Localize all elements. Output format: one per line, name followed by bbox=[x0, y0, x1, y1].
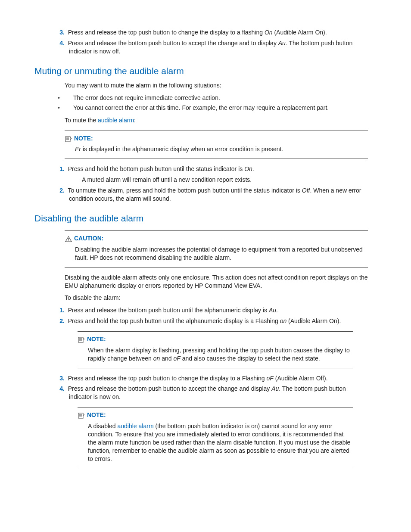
note-label: NOTE: bbox=[87, 411, 106, 418]
step-number: 1. bbox=[56, 165, 65, 173]
note-icon bbox=[65, 134, 72, 143]
step-number: 3. bbox=[56, 374, 65, 383]
step-text: Press and hold the bottom push button un… bbox=[68, 165, 254, 172]
caution-body: Disabling the audible alarm increases th… bbox=[75, 246, 368, 262]
caution-callout: CAUTION: Disabling the audible alarm inc… bbox=[65, 230, 368, 268]
heading-disabling: Disabling the audible alarm bbox=[34, 212, 368, 224]
svg-rect-7 bbox=[78, 337, 83, 342]
note-callout-flash: NOTE: When the alarm display is flashing… bbox=[78, 331, 353, 368]
note-callout: NOTE: Er is displayed in the alphanumeri… bbox=[65, 131, 368, 159]
note-body: Er is displayed in the alphanumeric disp… bbox=[75, 145, 368, 153]
intro-para: You may want to mute the alarm in the fo… bbox=[65, 81, 368, 90]
step-4-top: 4. Press and release the bottom push but… bbox=[65, 39, 368, 56]
note-label: NOTE: bbox=[74, 135, 93, 142]
bullet-icon: • bbox=[65, 104, 73, 112]
note-body: A disabled audible alarm (the bottom pus… bbox=[88, 422, 353, 463]
step-2-disable: 2. Press and hold the top push button un… bbox=[65, 317, 368, 325]
bullet-item: •You cannot correct the error at this ti… bbox=[73, 104, 368, 112]
step-3-top: 3. Press and release the top push button… bbox=[65, 28, 368, 37]
note-callout-disabled: NOTE: A disabled audible alarm (the bott… bbox=[78, 407, 353, 468]
note-label: NOTE: bbox=[87, 336, 106, 342]
note-icon bbox=[78, 411, 85, 420]
link-audible-alarm[interactable]: audible alarm bbox=[98, 117, 134, 124]
caution-icon bbox=[65, 235, 72, 243]
svg-rect-0 bbox=[65, 137, 70, 142]
note-body: When the alarm display is flashing, pres… bbox=[88, 346, 353, 363]
step-number: 3. bbox=[56, 28, 65, 37]
note-icon bbox=[78, 336, 85, 344]
step-text: Press and release the bottom push button… bbox=[68, 40, 353, 55]
step-number: 1. bbox=[56, 306, 65, 314]
step-number: 2. bbox=[56, 317, 65, 325]
step-text: Press and release the top push button to… bbox=[68, 375, 328, 382]
step-number: 2. bbox=[56, 187, 65, 195]
step-cont: A muted alarm will remain off until a ne… bbox=[82, 176, 368, 184]
step-text: Press and release the top push button to… bbox=[68, 29, 327, 36]
step-1-mute: 1. Press and hold the bottom push button… bbox=[65, 165, 368, 184]
step-2-mute: 2. To unmute the alarm, press and hold t… bbox=[65, 187, 368, 203]
lead-para: To mute the audible alarm: bbox=[65, 116, 368, 124]
para-todisable: To disable the alarm: bbox=[65, 294, 368, 302]
step-text: To unmute the alarm, press and hold the … bbox=[68, 187, 361, 202]
step-number: 4. bbox=[56, 385, 65, 393]
step-4-disable: 4. Press and release the bottom push but… bbox=[65, 385, 368, 401]
svg-rect-11 bbox=[78, 413, 83, 418]
heading-muting: Muting or unmuting the audible alarm bbox=[34, 65, 368, 77]
caution-label: CAUTION: bbox=[74, 235, 103, 242]
bullet-item: •The error does not require immediate co… bbox=[73, 94, 368, 102]
para-effect: Disabling the audible alarm affects only… bbox=[65, 274, 368, 290]
link-audible-alarm[interactable]: audible alarm bbox=[118, 423, 154, 429]
step-3-disable: 3. Press and release the top push button… bbox=[65, 374, 368, 383]
step-text: Press and release the bottom push button… bbox=[68, 307, 278, 314]
step-number: 4. bbox=[56, 39, 65, 47]
step-1-disable: 1. Press and release the bottom push but… bbox=[65, 306, 368, 314]
step-text: Press and release the bottom push button… bbox=[68, 385, 346, 400]
step-text: Press and hold the top push button until… bbox=[68, 317, 341, 324]
svg-point-6 bbox=[68, 240, 69, 241]
bullet-icon: • bbox=[65, 94, 73, 102]
